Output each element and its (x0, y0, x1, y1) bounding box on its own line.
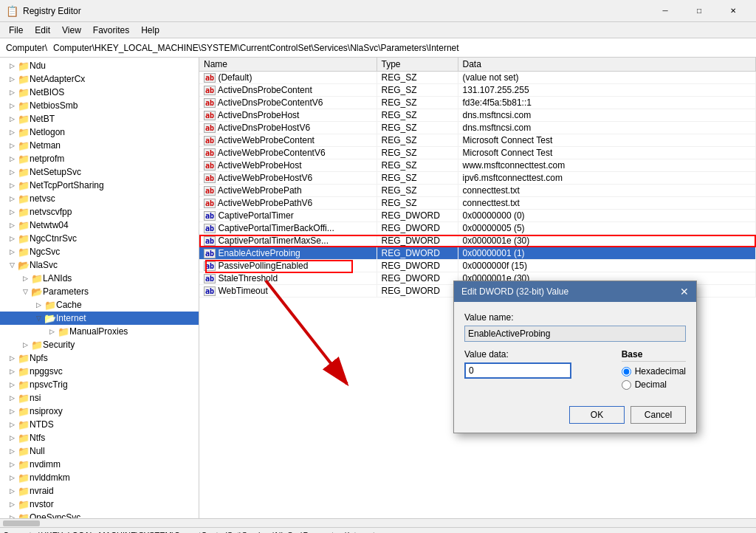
decimal-label: Decimal (635, 379, 667, 390)
dialog-title-bar: Edit DWORD (32-bit) Value ✕ (454, 281, 696, 302)
value-data-label: Value data: (464, 349, 571, 360)
hexadecimal-label: Hexadecimal (635, 366, 686, 376)
dialog-close-button[interactable]: ✕ (680, 286, 689, 298)
base-label: Base (622, 349, 686, 362)
dialog-buttons: OK Cancel (454, 400, 696, 433)
dialog-overlay: Edit DWORD (32-bit) Value ✕ Value name: … (0, 0, 756, 533)
edit-dword-dialog: Edit DWORD (32-bit) Value ✕ Value name: … (453, 281, 697, 433)
hexadecimal-radio-row: Hexadecimal (622, 366, 686, 376)
cancel-button[interactable]: Cancel (630, 406, 686, 424)
decimal-radio[interactable] (622, 380, 631, 390)
dialog-body: Value name: Value data: Base Hexadecimal (454, 302, 696, 400)
decimal-radio-row: Decimal (622, 379, 686, 390)
value-name-label: Value name: (464, 312, 686, 323)
value-name-input[interactable] (464, 326, 686, 342)
value-data-col: Value data: (464, 349, 571, 393)
value-section: Value data: Base Hexadecimal Decimal (464, 349, 686, 393)
base-section: Base Hexadecimal Decimal (622, 349, 686, 393)
hexadecimal-radio[interactable] (622, 367, 631, 376)
ok-button[interactable]: OK (569, 406, 625, 424)
value-name-row: Value name: (464, 312, 686, 342)
value-data-input[interactable] (464, 362, 571, 379)
dialog-title-text: Edit DWORD (32-bit) Value (461, 286, 568, 297)
